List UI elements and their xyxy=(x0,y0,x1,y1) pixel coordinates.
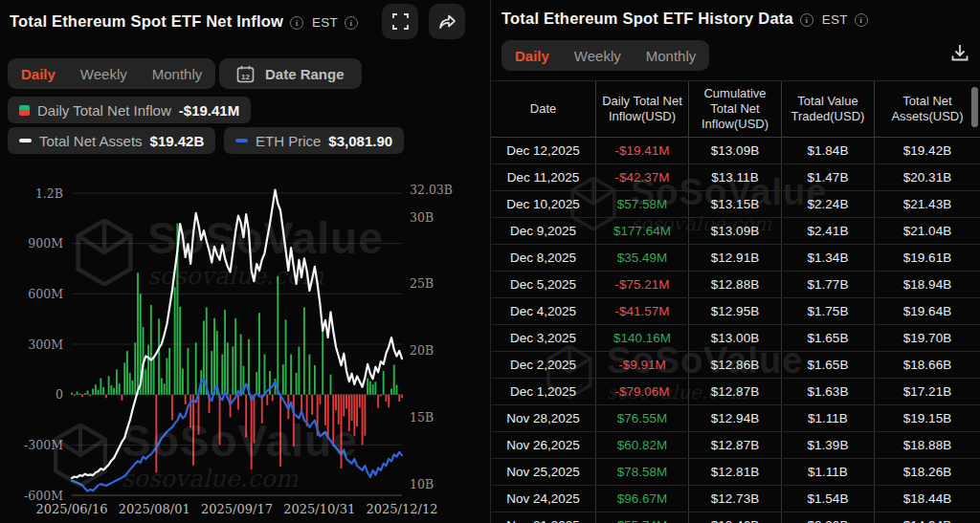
share-button[interactable] xyxy=(429,4,465,39)
cell-date: Dec 8,2025 xyxy=(491,245,596,271)
svg-text:-300M: -300M xyxy=(24,438,63,452)
column-header-value-traded[interactable]: Total Value Traded(USD) xyxy=(782,81,875,137)
cell-daily-inflow: -$79.06M xyxy=(596,379,689,404)
cell-date: Dec 5,2025 xyxy=(491,272,596,297)
tab-monthly[interactable]: Monthly xyxy=(646,48,697,64)
table-row[interactable]: Nov 24,2025$96.67M$12.73B$1.54B$18.44B xyxy=(491,486,980,512)
cell-daily-inflow: $177.64M xyxy=(596,218,689,244)
legend-label: ETH Price xyxy=(256,133,321,149)
legend-daily-net-inflow[interactable]: Daily Total Net Inflow -$19.41M xyxy=(8,97,251,123)
table-row[interactable]: Dec 9,2025$177.64M$13.09B$2.41B$21.04B xyxy=(491,218,980,245)
download-button[interactable] xyxy=(949,42,970,67)
table-row[interactable]: Dec 8,2025$35.49M$12.91B$1.34B$19.61B xyxy=(491,245,980,272)
table-panel-title: Total Ethereum Spot ETF History DataiEST… xyxy=(501,10,868,28)
date-range-button[interactable]: 12 Date Range xyxy=(219,58,362,89)
tab-daily[interactable]: Daily xyxy=(515,48,549,64)
cell-value-traded: $2.41B xyxy=(782,218,875,244)
table-row[interactable]: Dec 5,2025-$75.21M$12.88B$1.77B$18.94B xyxy=(491,272,980,298)
cell-net-assets: $18.94B xyxy=(875,272,980,297)
legend-value: -$19.41M xyxy=(179,102,239,119)
table-row[interactable]: Dec 2,2025-$9.91M$12.86B$1.65B$18.66B xyxy=(491,352,980,379)
table-period-tabs: Daily Weekly Monthly xyxy=(501,40,709,71)
inflow-legend-icon xyxy=(19,105,30,116)
cell-net-assets: $19.15B xyxy=(875,405,980,431)
cell-value-traded: $1.11B xyxy=(782,459,875,485)
cell-cumulative-inflow: $12.46B xyxy=(689,512,782,523)
cell-daily-inflow: $35.49M xyxy=(596,245,689,271)
info-icon[interactable]: i xyxy=(290,16,303,30)
cell-cumulative-inflow: $12.81B xyxy=(689,459,782,485)
cell-daily-inflow: $76.55M xyxy=(596,405,689,431)
legend-total-net-assets[interactable]: Total Net Assets $19.42B xyxy=(8,127,215,154)
table-row[interactable]: Dec 11,2025-$42.37M$13.11B$1.47B$20.31B xyxy=(491,164,980,191)
table-row[interactable]: Nov 25,2025$78.58M$12.81B$1.11B$18.26B xyxy=(491,459,980,486)
table-row[interactable]: Dec 10,2025$57.58M$13.15B$2.24B$21.43B xyxy=(491,191,980,218)
chart-panel-title: Total Ethereum Spot ETF Net InflowiESTi xyxy=(10,12,358,31)
cell-date: Dec 9,2025 xyxy=(491,218,596,244)
cell-cumulative-inflow: $12.88B xyxy=(689,272,782,297)
cell-net-assets: $18.88B xyxy=(875,432,980,458)
table-row[interactable]: Dec 1,2025-$79.06M$12.87B$1.63B$17.21B xyxy=(491,379,980,405)
cell-net-assets: $19.70B xyxy=(875,325,980,351)
cell-value-traded: $1.47B xyxy=(782,164,875,190)
cell-value-traded: $1.75B xyxy=(782,298,875,324)
cell-date: Dec 1,2025 xyxy=(491,379,596,404)
cell-cumulative-inflow: $13.11B xyxy=(689,164,782,190)
etf-net-inflow-chart[interactable]: 1.2B900M600M300M0-300M-600M32.03B30B25B2… xyxy=(0,177,490,523)
table-scrollbar-thumb[interactable] xyxy=(971,87,978,127)
legend-eth-price[interactable]: ETH Price $3,081.90 xyxy=(224,127,404,154)
cell-daily-inflow: $96.67M xyxy=(596,486,689,512)
column-header-net-assets[interactable]: Total Net Assets(USD) xyxy=(875,81,980,137)
cell-date: Nov 26,2025 xyxy=(491,432,596,458)
cell-date: Dec 10,2025 xyxy=(491,191,596,217)
cell-net-assets: $21.43B xyxy=(875,191,980,217)
cell-daily-inflow: -$19.41M xyxy=(596,138,689,163)
cell-daily-inflow: -$42.37M xyxy=(596,164,689,190)
table-row[interactable]: Dec 12,2025-$19.41M$13.09B$1.84B$19.42B xyxy=(491,138,980,164)
table-header-row: Date Daily Total Net Inflow(USD) Cumulat… xyxy=(491,81,980,138)
cell-daily-inflow: $60.82M xyxy=(596,432,689,458)
info-icon[interactable]: i xyxy=(345,16,358,30)
svg-text:900M: 900M xyxy=(28,236,63,251)
tab-weekly[interactable]: Weekly xyxy=(574,48,621,64)
info-icon[interactable]: i xyxy=(855,13,868,27)
cell-net-assets: $18.26B xyxy=(875,459,980,485)
cell-net-assets: $18.66B xyxy=(875,352,980,378)
cell-value-traded: $1.54B xyxy=(782,486,875,512)
cell-date: Nov 21,2025 xyxy=(491,512,596,523)
tab-weekly[interactable]: Weekly xyxy=(80,66,127,82)
table-row[interactable]: Nov 26,2025$60.82M$12.87B$1.39B$18.88B xyxy=(491,432,980,459)
table-row[interactable]: Dec 4,2025-$41.57M$12.95B$1.75B$19.64B xyxy=(491,298,980,325)
cell-net-assets: $19.64B xyxy=(875,298,980,324)
fullscreen-icon xyxy=(392,13,409,30)
cell-daily-inflow: $140.16M xyxy=(596,325,689,351)
cell-cumulative-inflow: $12.86B xyxy=(689,352,782,378)
table-row[interactable]: Nov 28,2025$76.55M$12.94B$1.11B$19.15B xyxy=(491,405,980,432)
column-header-cumulative-inflow[interactable]: Cumulative Total Net Inflow(USD) xyxy=(689,81,782,137)
svg-text:300M: 300M xyxy=(28,338,63,352)
cell-value-traded: $1.63B xyxy=(782,379,875,404)
fullscreen-button[interactable] xyxy=(382,4,418,39)
cell-net-assets: $21.04B xyxy=(875,218,980,244)
legend-label: Daily Total Net Inflow xyxy=(37,102,171,119)
svg-text:15B: 15B xyxy=(410,410,434,425)
table-row[interactable]: Nov 21,2025$55.74M$12.46B$2.30B$14.94B xyxy=(491,512,980,523)
column-header-daily-inflow[interactable]: Daily Total Net Inflow(USD) xyxy=(596,81,689,137)
cell-cumulative-inflow: $12.94B xyxy=(689,405,782,431)
info-icon[interactable]: i xyxy=(800,13,813,27)
cell-value-traded: $1.65B xyxy=(782,352,875,378)
cell-date: Nov 25,2025 xyxy=(491,459,596,485)
cell-date: Dec 11,2025 xyxy=(491,164,596,190)
column-header-date[interactable]: Date xyxy=(491,81,596,137)
cell-net-assets: $19.42B xyxy=(875,138,980,163)
tab-daily[interactable]: Daily xyxy=(21,66,56,82)
cell-date: Dec 4,2025 xyxy=(491,298,596,324)
cell-cumulative-inflow: $12.73B xyxy=(689,486,782,512)
legend-label: Total Net Assets xyxy=(39,133,143,149)
table-row[interactable]: Dec 3,2025$140.16M$13.00B$1.65B$19.70B xyxy=(491,325,980,352)
svg-text:20B: 20B xyxy=(410,343,434,358)
tab-monthly[interactable]: Monthly xyxy=(152,66,203,82)
svg-text:2025/06/16: 2025/06/16 xyxy=(36,502,108,516)
cell-date: Nov 24,2025 xyxy=(491,486,596,512)
calendar-icon: 12 xyxy=(236,65,255,83)
